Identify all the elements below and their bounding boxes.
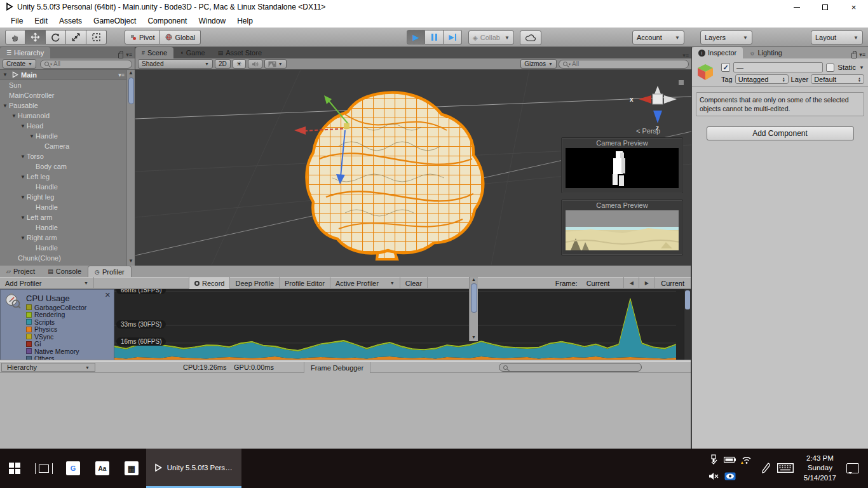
frame-debugger-button[interactable]: Frame Debugger [304,362,370,373]
profile-editor-button[interactable]: Profile Editor [280,277,330,289]
menu-help[interactable]: Help [231,17,259,25]
expand-arrow-icon[interactable]: ▼ [29,133,36,139]
pen-tray-icon[interactable] [761,463,771,475]
battery-tray-icon[interactable] [724,456,736,464]
menu-edit[interactable]: Edit [29,17,53,25]
legend-rendering[interactable]: Rendering [26,311,110,319]
layout-dropdown[interactable]: Layout▼ [811,30,863,44]
hierarchy-item-humanoid[interactable]: ▼Humanoid [0,111,135,121]
play-button[interactable]: ▶ [407,30,425,44]
layers-dropdown[interactable]: Layers▼ [700,30,752,44]
legend-others[interactable]: Others [26,355,110,360]
task-view-button[interactable] [29,449,58,488]
scene-viewport[interactable]: x z < Persp Camera Preview [135,70,691,265]
tab-project[interactable]: ▱Project [0,266,41,277]
profiler-mode-dropdown[interactable]: Hierarchy▼ [1,363,95,372]
minimize-button[interactable] [782,0,811,14]
tab-scene[interactable]: #Scene [135,47,173,58]
tab-lighting[interactable]: ☼Lighting [743,47,789,58]
hierarchy-item-sun[interactable]: Sun [0,80,135,90]
unity-taskbar-item[interactable]: Unity 5.5.0f3 Personal... [146,449,241,488]
global-toggle-button[interactable]: Global [160,30,201,44]
next-frame-button[interactable]: ▶ [639,277,654,289]
close-button[interactable]: × [839,0,868,14]
gizmo-x-label[interactable]: x [630,96,634,103]
panel-menu-icon[interactable]: ▾≡ [859,51,865,58]
start-button[interactable] [0,449,29,488]
legend-garbagecollector[interactable]: GarbageCollector [26,304,110,311]
record-toggle-button[interactable]: Record [189,277,230,289]
hierarchy-item-right-leg[interactable]: ▼Right leg [0,192,135,202]
menu-window[interactable]: Window [193,17,231,25]
hierarchy-item-head[interactable]: ▼Head [0,121,135,131]
hierarchy-item-maincontroller[interactable]: MainController [0,90,135,100]
close-icon[interactable]: ✕ [105,291,111,299]
expand-arrow-icon[interactable]: ▼ [20,215,27,220]
lock-icon[interactable] [118,53,123,58]
calculator-taskbar-icon[interactable]: ▦ [117,449,146,488]
step-button[interactable]: ▶ [444,30,462,44]
hierarchy-item-left-leg[interactable]: ▼Left leg [0,172,135,182]
audio-toggle-button[interactable] [248,59,262,69]
menu-file[interactable]: File [5,17,29,25]
panel-menu-icon[interactable]: ▾≡ [126,51,132,58]
menu-gameobject[interactable]: GameObject [88,17,142,25]
deep-profile-button[interactable]: Deep Profile [230,277,280,289]
hierarchy-item-chunk-clone-[interactable]: Chunk(Clone) [0,253,135,263]
expand-arrow-icon[interactable]: ▼ [20,235,27,241]
clear-button[interactable]: Clear [400,277,428,289]
hierarchy-item-handle[interactable]: Handle [0,202,135,212]
expand-arrow-icon[interactable]: ▼ [20,154,27,159]
expand-arrow-icon[interactable]: ▼ [20,123,27,129]
scrollbar-thumb[interactable] [685,290,690,309]
hand-tool-button[interactable] [5,30,25,44]
scene-search-input[interactable]: ▾All [559,60,689,69]
collab-dropdown[interactable]: ◈Collab▼ [468,30,514,44]
tab-hierarchy[interactable]: ☰Hierarchy [0,47,50,58]
active-checkbox[interactable]: ✓ [721,63,730,72]
prev-frame-button[interactable]: ◀ [623,277,639,289]
expand-arrow-icon[interactable]: ▼ [3,103,9,109]
touch-keyboard-tray-icon[interactable] [777,463,794,474]
hierarchy-search-input[interactable]: ▾All [40,60,132,69]
taskbar-clock[interactable]: 2:43 PM Sunday 5/14/2017 [800,454,840,484]
hierarchy-item-pausable[interactable]: ▼Pausable [0,100,135,111]
legend-physics[interactable]: Physics [26,326,110,334]
static-dropdown-icon[interactable]: ▼ [859,65,864,71]
add-component-button[interactable]: Add Component [707,126,854,140]
eye-tray-icon[interactable] [724,472,736,482]
scene-header-row[interactable]: ▼ Main ▾≡ [0,70,135,80]
expand-arrow-icon[interactable]: ▼ [20,194,27,200]
lighting-toggle-button[interactable]: ☀ [233,59,246,69]
legend-native-memory[interactable]: Native Memory [26,348,110,355]
legend-vsync[interactable]: VSync [26,333,110,341]
tab-inspector[interactable]: i Inspector [692,47,743,58]
hierarchy-scrollbar[interactable]: ▲▼ [126,70,135,266]
create-button[interactable]: Create▼ [3,59,36,69]
hierarchy-item-handle[interactable]: Handle [0,222,135,233]
legend-scripts[interactable]: Scripts [26,318,110,326]
shading-mode-dropdown[interactable]: Shaded▼ [138,59,213,69]
static-checkbox[interactable]: ✓ [826,64,834,72]
effects-dropdown[interactable]: ▼ [264,59,287,69]
tab-asset-store[interactable]: ▤Asset Store [212,47,268,58]
menu-assets[interactable]: Assets [53,17,88,25]
panel-menu-icon[interactable]: ▾≡ [682,52,691,58]
hierarchy-item-handle[interactable]: Handle [0,243,135,253]
legend-gi[interactable]: Gi [26,341,110,348]
cpu-chart[interactable]: 66ms (15FPS) 33ms (30FPS) 16ms (60FPS) ✕ [0,289,691,360]
scrollbar-thumb[interactable] [471,283,477,313]
wifi-warning-tray-icon[interactable] [741,455,752,466]
lock-icon[interactable] [851,53,857,58]
hierarchy-item-camera[interactable]: Camera [0,141,135,151]
tab-game[interactable]: ◖Game [173,47,211,58]
object-name-field[interactable]: — [733,62,823,72]
cloud-button[interactable] [520,30,541,45]
scrollbar-thumb[interactable] [128,78,134,104]
pivot-toggle-button[interactable]: Pivot [125,30,160,44]
current-frame-button[interactable]: Current [654,277,691,289]
menu-component[interactable]: Component [142,17,193,25]
hierarchy-item-right-arm[interactable]: ▼Right arm [0,233,135,243]
chart-scrollbar[interactable] [684,289,691,360]
hierarchy-item-handle[interactable]: Handle [0,182,135,192]
